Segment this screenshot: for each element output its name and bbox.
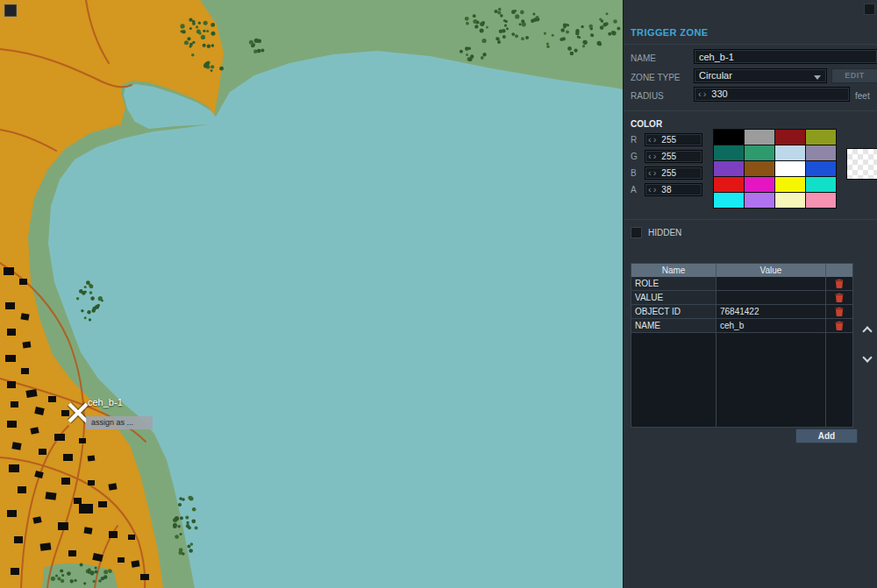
map-canvas[interactable]: ceh_b-1 assign as ...: [0, 0, 623, 588]
palette-swatch[interactable]: [806, 177, 836, 192]
terrain-map: [0, 0, 623, 588]
chevron-up-icon: [862, 326, 872, 336]
palette-swatch[interactable]: [745, 193, 774, 208]
attr-value-cell[interactable]: ceh_b: [717, 319, 826, 333]
divider: [624, 219, 877, 220]
palette-swatch[interactable]: [714, 193, 744, 208]
palette-swatch[interactable]: [745, 177, 774, 192]
chevron-down-icon: [862, 352, 872, 362]
color-palette: [713, 129, 837, 209]
palette-swatch[interactable]: [775, 130, 805, 145]
divider: [624, 110, 877, 111]
table-empty-area: [631, 333, 852, 427]
table-row: OBJECT ID76841422: [631, 305, 852, 319]
hidden-checkbox[interactable]: [631, 227, 642, 238]
palette-swatch[interactable]: [745, 145, 774, 160]
attr-value-cell[interactable]: [717, 277, 826, 291]
radius-spinner[interactable]: ‹›330: [694, 87, 850, 102]
palette-swatch[interactable]: [806, 145, 836, 160]
spin-up-icon[interactable]: ›: [653, 184, 657, 195]
channel-spinner[interactable]: ‹›38: [645, 183, 702, 196]
table-row: NAMEceh_b: [631, 319, 852, 333]
header-actions: [826, 264, 852, 277]
palette-swatch[interactable]: [806, 130, 836, 145]
delete-row-button[interactable]: [826, 291, 852, 305]
channel-label: B: [631, 168, 645, 178]
name-input[interactable]: [694, 49, 877, 64]
marker-tooltip: assign as ...: [86, 416, 153, 429]
trigger-zone-panel: TRIGGER ZONE NAME ZONE TYPE Circular EDI…: [623, 0, 877, 588]
channel-value: 255: [661, 135, 676, 145]
table-header: Name Value: [631, 264, 852, 277]
delete-row-button[interactable]: [826, 277, 852, 291]
palette-swatch[interactable]: [745, 161, 774, 176]
attr-name-cell[interactable]: VALUE: [631, 291, 717, 305]
header-value: Value: [717, 264, 826, 277]
attr-name-cell[interactable]: ROLE: [631, 277, 717, 291]
zone-type-select[interactable]: Circular: [694, 68, 827, 83]
palette-swatch[interactable]: [806, 161, 836, 176]
spin-down-icon[interactable]: ‹: [648, 134, 652, 145]
table-row: VALUE: [631, 291, 852, 305]
attr-value-cell[interactable]: 76841422: [717, 305, 826, 319]
spin-down-icon[interactable]: ‹: [648, 151, 652, 161]
palette-swatch[interactable]: [775, 145, 805, 160]
scroll-up-button[interactable]: [862, 324, 874, 337]
channel-spinner[interactable]: ‹›255: [645, 166, 702, 180]
channel-label: R: [631, 135, 645, 145]
attr-value-cell[interactable]: [717, 291, 826, 305]
palette-swatch[interactable]: [775, 193, 805, 208]
spin-up-icon[interactable]: ›: [703, 89, 707, 99]
color-preview-alpha: [847, 149, 877, 179]
hidden-label: HIDDEN: [648, 228, 681, 237]
table-row: ROLE: [631, 277, 852, 291]
spin-up-icon[interactable]: ›: [653, 167, 657, 178]
palette-swatch[interactable]: [806, 193, 836, 208]
table-body: ROLEVALUEOBJECT ID76841422NAMEceh_b: [631, 277, 852, 333]
delete-row-button[interactable]: [826, 305, 852, 319]
scroll-down-button[interactable]: [862, 354, 874, 366]
delete-row-button[interactable]: [826, 319, 852, 333]
channel-value: 255: [661, 168, 676, 178]
attr-name-cell[interactable]: OBJECT ID: [631, 305, 717, 319]
color-channels: R‹›255G‹›255B‹›255A‹›38: [631, 131, 711, 198]
marker-label: ceh_b-1: [88, 397, 123, 407]
header-name: Name: [631, 264, 717, 277]
divider: [624, 44, 877, 45]
palette-swatch[interactable]: [714, 130, 744, 145]
add-attribute-button[interactable]: Add: [795, 429, 858, 443]
radius-value: 330: [711, 89, 727, 99]
channel-value: 38: [661, 185, 671, 195]
panel-scroll-button[interactable]: [864, 4, 875, 15]
map-corner-control[interactable]: [4, 4, 17, 17]
channel-value: 255: [661, 152, 676, 161]
channel-label: G: [631, 152, 645, 161]
palette-swatch[interactable]: [714, 177, 744, 192]
zone-type-label: ZONE TYPE: [631, 73, 681, 82]
spin-down-icon[interactable]: ‹: [648, 184, 652, 195]
channel-spinner[interactable]: ‹›255: [645, 133, 702, 146]
spin-up-icon[interactable]: ›: [653, 151, 657, 161]
palette-swatch[interactable]: [714, 161, 744, 176]
palette-swatch[interactable]: [775, 161, 805, 176]
name-label: NAME: [631, 53, 656, 63]
channel-label: A: [631, 185, 645, 195]
chevron-down-icon: [814, 75, 821, 80]
palette-swatch[interactable]: [745, 130, 774, 145]
attributes-table: Name Value ROLEVALUEOBJECT ID76841422NAM…: [631, 263, 853, 428]
spin-up-icon[interactable]: ›: [653, 134, 657, 145]
panel-title: TRIGGER ZONE: [631, 27, 709, 38]
color-preview[interactable]: [846, 148, 877, 180]
zone-type-value: Circular: [699, 70, 732, 81]
spin-down-icon[interactable]: ‹: [698, 89, 702, 99]
color-heading: COLOR: [631, 119, 662, 129]
attr-name-cell[interactable]: NAME: [631, 319, 717, 333]
channel-spinner[interactable]: ‹›255: [645, 150, 702, 163]
spin-down-icon[interactable]: ‹: [648, 167, 652, 178]
palette-swatch[interactable]: [714, 145, 744, 160]
radius-label: RADIUS: [631, 91, 664, 101]
palette-swatch[interactable]: [775, 177, 805, 192]
edit-zone-button[interactable]: EDIT: [831, 68, 877, 83]
radius-unit: feet: [855, 91, 870, 101]
